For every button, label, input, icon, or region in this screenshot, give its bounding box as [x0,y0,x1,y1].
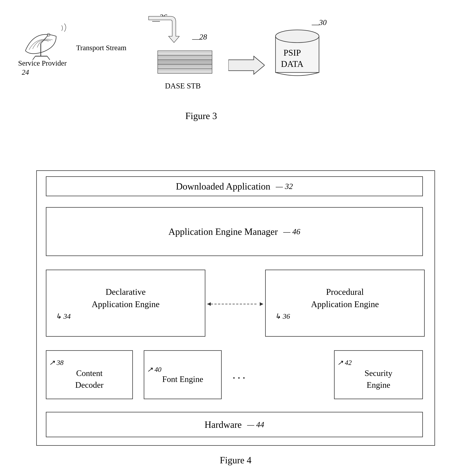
ref-46: — 46 [283,227,300,236]
content-decoder-label: ContentDecoder [75,367,103,391]
font-engine-box: ↗ 40 Font Engine [144,350,222,399]
aem-box: Application Engine Manager — 46 [46,207,423,256]
ref-34: ↳ 34 [56,312,71,320]
downloaded-app-label: Downloaded Application [176,181,270,192]
svg-marker-21 [260,302,263,306]
security-engine-label: SecurityEngine [365,367,392,391]
hardware-label: Hardware [205,419,242,430]
stb-label: DASE STB [165,82,201,90]
dae-label: DeclarativeApplication Engine [92,286,160,310]
figure4-caption: Figure 4 [36,455,435,465]
ref-32: — 32 [276,182,293,191]
ref-30: 30 [319,18,327,27]
service-provider-label: Service Provider [18,59,67,67]
aem-label: Application Engine Manager [168,226,278,237]
pae-label: ProceduralApplication Engine [311,286,379,310]
ellipsis: ... [233,368,248,381]
ref-36: ↳ 36 [275,312,290,320]
ref-24-label: 24 [22,68,29,76]
ref-42: ↗ 42 [337,359,352,367]
ref-28: 28 [199,33,207,41]
content-decoder-box: ↗ 38 ContentDecoder [46,350,133,399]
hardware-box: Hardware — 44 [46,412,423,437]
svg-rect-6 [158,69,212,73]
dase-stb-illustration [156,43,218,80]
dae-box: DeclarativeApplication Engine ↳ 34 [46,270,205,337]
figure3-diagram: 26 — [11,7,457,134]
outer-container-box: Downloaded Application — 32 Application … [36,170,435,446]
dish-illustration [20,18,67,62]
figure3-caption: Figure 3 [11,111,392,121]
svg-rect-9 [158,55,212,60]
ref-38: ↗ 38 [49,359,64,367]
svg-point-18 [276,30,319,43]
security-engine-box: ↗ 42 SecurityEngine [334,350,423,399]
dashed-arrow [205,301,265,308]
transport-stream-label: Transport Stream [76,43,126,52]
svg-marker-20 [207,302,211,306]
pae-box: ProceduralApplication Engine ↳ 36 [265,270,425,337]
svg-rect-7 [158,64,212,69]
ref-40: ↗ 40 [147,365,161,374]
ref-30-line: — [312,20,319,29]
ref-44: — 44 [247,420,264,429]
curved-arrow [143,14,179,48]
ref-28-dash: — [192,34,200,43]
font-engine-label: Font Engine [162,374,203,384]
svg-marker-16 [228,56,265,74]
downloaded-app-box: Downloaded Application — 32 [46,176,423,196]
svg-rect-8 [158,60,212,64]
psip-data-label: PSIPDATA [281,47,303,70]
right-arrow [228,54,265,77]
figure4-diagram: Downloaded Application — 32 Application … [36,163,435,476]
svg-rect-10 [158,51,212,55]
